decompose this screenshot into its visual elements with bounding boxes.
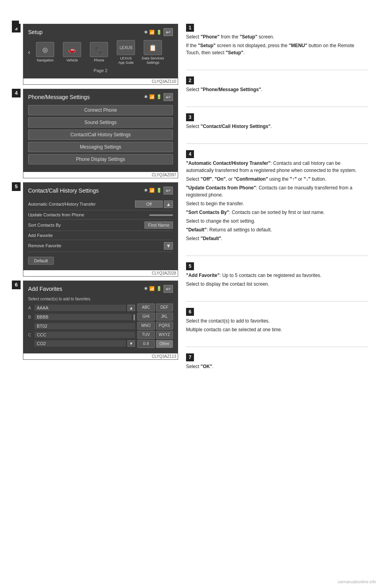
contact-co2-arrow[interactable]: ▼ bbox=[127, 340, 135, 347]
vehicle-icon-label: Vehicle bbox=[66, 58, 78, 63]
back-button-3[interactable]: ↩ bbox=[163, 187, 173, 195]
contact-bt02[interactable]: BT02 bbox=[34, 323, 135, 329]
battery-icon-2: 🔋 bbox=[156, 94, 162, 99]
update-contacts-row: Update Contacts from Phone bbox=[28, 210, 173, 220]
back-button[interactable]: ↩ bbox=[163, 28, 173, 36]
battery-icon: 🔋 bbox=[156, 30, 162, 35]
contact-row-bt02: BT02 bbox=[28, 322, 135, 330]
badge-5-right: 5 bbox=[186, 262, 194, 270]
alpha-other[interactable]: Other bbox=[156, 340, 173, 348]
favorites-content: A AAAA ▲ B BBBB bbox=[28, 304, 173, 348]
add-favorites-title: Add Favorites bbox=[28, 286, 62, 292]
default-button[interactable]: Default bbox=[28, 257, 54, 265]
data-services-icon-label: Data ServicesSettings bbox=[142, 56, 164, 65]
nav-icon-item[interactable]: ◎ Navigation bbox=[32, 42, 59, 63]
group-label-a: A bbox=[28, 305, 33, 310]
divider-3-4 bbox=[186, 143, 368, 144]
battery-icon-4: 🔋 bbox=[156, 286, 162, 291]
back-button-2[interactable]: ↩ bbox=[163, 93, 173, 101]
contact-row-bbbb: B BBBB bbox=[28, 312, 135, 322]
right-section-5-header: 5 bbox=[186, 262, 368, 270]
contact-bbbb[interactable]: BBBB bbox=[34, 314, 132, 320]
battery-icon-3: 🔋 bbox=[156, 188, 162, 193]
contact-history-header: Contact/Call History Settings ✱ 📶 🔋 ↩ bbox=[28, 187, 173, 195]
vehicle-icon-item[interactable]: 🚗 Vehicle bbox=[59, 42, 86, 63]
connect-phone-btn[interactable]: Connect Phone bbox=[28, 105, 173, 115]
page-indicator bbox=[12, 21, 19, 28]
auto-transfer-label: Automatic Contact/History Transfer bbox=[28, 202, 96, 206]
right-section-4: 4 "Automatic Contact/History Transfer": … bbox=[186, 150, 368, 244]
contact-bbbb-bar bbox=[133, 314, 135, 321]
badge-6-right: 6 bbox=[186, 308, 194, 316]
contact-aaaa-arrow[interactable]: ▲ bbox=[127, 305, 135, 311]
remove-favorite-down[interactable]: ▼ bbox=[164, 242, 173, 250]
alpha-pqrs[interactable]: PQRS bbox=[156, 322, 173, 330]
alpha-wxyz[interactable]: WXYZ bbox=[156, 331, 173, 339]
back-button-4[interactable]: ↩ bbox=[163, 285, 173, 293]
setup-screen-code: CLYQ3AZ110 bbox=[23, 78, 178, 84]
alpha-mno[interactable]: MNO bbox=[137, 322, 155, 330]
contact-call-history-btn[interactable]: Contact/Call History Settings bbox=[28, 130, 173, 140]
divider-4-5 bbox=[186, 256, 368, 256]
add-favorites-icons: ✱ 📶 🔋 ↩ bbox=[144, 285, 173, 293]
badge-2-right: 2 bbox=[186, 76, 194, 84]
messaging-settings-btn[interactable]: Messaging Settings bbox=[28, 142, 173, 152]
add-favorite-label: Add Favorite bbox=[28, 233, 53, 238]
phone-message-title: Phone/Message Settings bbox=[28, 94, 90, 100]
alpha-abc[interactable]: ABC bbox=[137, 304, 155, 311]
contact-row-ccc: C CCC bbox=[28, 330, 135, 339]
add-favorites-header: Add Favorites ✱ 📶 🔋 ↩ bbox=[28, 285, 173, 293]
section-3-row: 3 Setup ✱ 📶 🔋 ↩ ‹ bbox=[12, 24, 178, 85]
contact-history-screen-inner: Contact/Call History Settings ✱ 📶 🔋 ↩ Au… bbox=[23, 183, 178, 270]
right-section-1: 1 Select "Phone" from the "Setup" screen… bbox=[186, 24, 368, 58]
nav-icon-box: ◎ bbox=[36, 42, 54, 57]
right-text-6: Select the contact(s) to add to favorite… bbox=[186, 317, 368, 333]
auto-transfer-up[interactable]: ▲ bbox=[164, 200, 173, 208]
phone-icon-item[interactable]: 📞 Phone bbox=[86, 42, 112, 63]
badge-4-right: 4 bbox=[186, 150, 194, 158]
add-favorites-screen-inner: Add Favorites ✱ 📶 🔋 ↩ Select contact(s) … bbox=[23, 281, 178, 353]
contact-co2[interactable]: CO2 bbox=[34, 340, 126, 347]
setup-screen-icons: ✱ 📶 🔋 ↩ bbox=[144, 28, 173, 36]
nav-arrow-left[interactable]: ‹ bbox=[28, 49, 32, 56]
badge-1-right: 1 bbox=[186, 24, 194, 32]
add-favorites-code: CLYQ3AZ113 bbox=[23, 353, 178, 359]
divider-6-7 bbox=[186, 347, 368, 347]
alpha-tuv[interactable]: TUV bbox=[137, 331, 155, 339]
bt-icon-4: ✱ bbox=[144, 286, 148, 291]
right-section-6-header: 6 bbox=[186, 308, 368, 316]
signal-icon-3: 📶 bbox=[149, 188, 155, 193]
right-text-7: Select "OK". bbox=[186, 363, 368, 370]
right-column: 1 Select "Phone" from the "Setup" screen… bbox=[186, 24, 368, 377]
contact-history-icons: ✱ 📶 🔋 ↩ bbox=[144, 187, 173, 195]
auto-transfer-value: Off bbox=[135, 200, 163, 208]
data-services-icon-item[interactable]: 📋 Data ServicesSettings bbox=[139, 40, 166, 65]
update-contacts-label: Update Contacts from Phone bbox=[28, 212, 84, 217]
phone-display-settings-btn[interactable]: Phone Display Settings bbox=[28, 154, 173, 164]
alpha-09[interactable]: 0-9 bbox=[137, 340, 155, 348]
sound-settings-btn[interactable]: Sound Settings bbox=[28, 117, 173, 128]
right-section-1-header: 1 bbox=[186, 24, 368, 32]
contact-ccc[interactable]: CCC bbox=[34, 332, 135, 338]
right-section-4-header: 4 bbox=[186, 150, 368, 158]
setup-screen-title: Setup bbox=[28, 29, 43, 35]
phone-icon-box: 📞 bbox=[90, 42, 108, 57]
lexus-icon-item[interactable]: LEXUS LEXUSApp Suite bbox=[112, 40, 139, 65]
signal-icon-2: 📶 bbox=[149, 94, 155, 99]
setup-icons-row: ‹ ◎ Navigation 🚗 Vehicle 📞 Phone bbox=[28, 40, 173, 65]
phone-message-header: Phone/Message Settings ✱ 📶 🔋 ↩ bbox=[28, 93, 173, 101]
add-favorite-row[interactable]: Add Favorite bbox=[28, 231, 173, 240]
right-section-2: 2 Select "Phone/Message Settings". bbox=[186, 76, 368, 95]
phone-message-screen-panel: Phone/Message Settings ✱ 📶 🔋 ↩ Connect P… bbox=[23, 89, 178, 178]
contact-aaaa[interactable]: AAAA bbox=[34, 305, 126, 311]
badge-4-left: 4 bbox=[12, 89, 21, 97]
alpha-jkl[interactable]: JKL bbox=[156, 313, 173, 321]
right-section-3-header: 3 bbox=[186, 113, 368, 121]
lexus-icon-label: LEXUSApp Suite bbox=[118, 56, 134, 65]
right-section-7-header: 7 bbox=[186, 353, 368, 361]
alpha-def[interactable]: DEF bbox=[156, 304, 173, 311]
alpha-ghi[interactable]: GHI bbox=[137, 313, 155, 321]
signal-icon: 📶 bbox=[149, 30, 155, 35]
section-5-row: 5 Contact/Call History Settings ✱ 📶 🔋 ↩ bbox=[12, 182, 178, 277]
right-text-3: Select "Contact/Call History Settings". bbox=[186, 123, 368, 130]
